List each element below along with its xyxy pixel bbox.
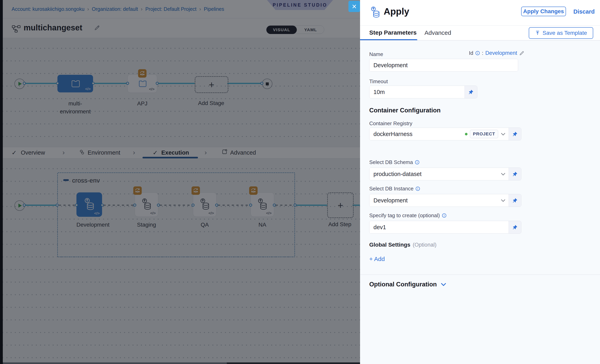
tab-advanced[interactable]: Advanced xyxy=(424,29,451,36)
optional-configuration-label: Optional Configuration xyxy=(369,281,437,288)
db-schema-pin-button[interactable] xyxy=(508,168,521,180)
id-separator: : xyxy=(482,50,483,56)
global-settings-label: Global Settings xyxy=(369,242,410,248)
pipeline-studio-region: Account: kurosakiichigo.songoku › Organi… xyxy=(0,0,360,364)
tabs-divider xyxy=(360,40,600,41)
container-registry-label: Container Registry xyxy=(369,120,412,127)
db-schema-label-row: Select DB Schema xyxy=(369,159,420,165)
db-schema-field-wrap: production-dataset xyxy=(369,168,521,180)
info-icon[interactable] xyxy=(415,160,420,164)
db-schema-value: production-dataset xyxy=(369,171,422,177)
pin-icon xyxy=(512,198,518,203)
global-settings-row: Global Settings (Optional) xyxy=(369,242,437,248)
container-registry-field-wrap: dockerHarness PROJECT xyxy=(369,127,521,140)
name-label: Name xyxy=(369,51,383,57)
name-field-wrap xyxy=(369,59,518,72)
drawer-overlay[interactable] xyxy=(0,0,360,364)
info-icon[interactable] xyxy=(475,51,480,55)
chevron-down-icon xyxy=(441,283,446,286)
tag-pin-button[interactable] xyxy=(508,221,521,233)
id-row: Id : Development xyxy=(469,50,524,56)
panel-tab-bar: Step Parameters Advanced Save as Templat… xyxy=(360,26,600,40)
db-instance-select[interactable]: Development xyxy=(369,194,508,207)
db-instance-field-wrap: Development xyxy=(369,194,521,207)
id-label: Id xyxy=(469,50,473,56)
db-schema-label: Select DB Schema xyxy=(369,159,413,165)
container-configuration-heading: Container Configuration xyxy=(369,107,441,114)
db-instance-value: Development xyxy=(369,197,408,204)
chevron-down-icon xyxy=(501,199,505,202)
connector-status-dot xyxy=(465,133,468,135)
discard-button[interactable]: Discard xyxy=(573,9,595,15)
db-instance-label-row: Select DB Instance xyxy=(369,186,420,192)
scope-badge: PROJECT xyxy=(470,130,498,138)
add-global-setting-link[interactable]: + Add xyxy=(369,255,385,262)
chevron-down-icon xyxy=(501,133,505,135)
tag-field-wrap xyxy=(369,221,521,234)
timeout-pin-button[interactable] xyxy=(465,86,477,98)
pin-icon xyxy=(468,89,474,95)
info-icon[interactable] xyxy=(442,213,447,218)
db-schema-select[interactable]: production-dataset xyxy=(369,168,508,180)
db-instance-label: Select DB Instance xyxy=(369,186,413,192)
tag-label: Specify tag to create (optional) xyxy=(369,212,440,218)
timeout-input[interactable] xyxy=(369,89,465,95)
db-instance-pin-button[interactable] xyxy=(508,194,521,207)
close-drawer-button[interactable]: × xyxy=(348,1,360,12)
registry-pin-button[interactable] xyxy=(508,128,521,140)
container-registry-value: dockerHarness xyxy=(369,131,412,137)
step-config-panel: Apply Apply Changes Discard Step Paramet… xyxy=(360,0,600,364)
tab-step-parameters[interactable]: Step Parameters xyxy=(369,29,417,36)
info-icon[interactable] xyxy=(415,186,420,191)
container-registry-select[interactable]: dockerHarness PROJECT xyxy=(369,128,508,140)
tag-input[interactable] xyxy=(369,224,508,231)
save-as-template-label: Save as Template xyxy=(543,30,587,36)
tag-label-row: Specify tag to create (optional) xyxy=(369,212,447,218)
apply-step-icon xyxy=(370,6,380,20)
name-input[interactable] xyxy=(369,62,518,69)
panel-header: Apply Apply Changes Discard xyxy=(360,0,600,25)
edit-id-icon[interactable] xyxy=(519,51,524,56)
save-as-template-button[interactable]: Save as Template xyxy=(529,27,593,39)
global-settings-optional: (Optional) xyxy=(413,242,437,248)
chevron-down-icon xyxy=(501,173,505,175)
panel-title: Apply xyxy=(384,6,409,17)
timeout-field-wrap xyxy=(369,86,477,98)
harness-pipeline-studio-app: Account: kurosakiichigo.songoku › Organi… xyxy=(0,0,600,364)
pin-icon xyxy=(512,171,518,177)
pin-icon xyxy=(512,224,518,230)
section-divider xyxy=(360,274,600,275)
save-template-icon xyxy=(535,30,540,36)
pin-icon xyxy=(512,131,518,137)
id-value: Development xyxy=(485,50,517,56)
timeout-label: Timeout xyxy=(369,78,388,85)
optional-configuration-toggle[interactable]: Optional Configuration xyxy=(369,281,446,288)
apply-changes-button[interactable]: Apply Changes xyxy=(521,7,566,16)
